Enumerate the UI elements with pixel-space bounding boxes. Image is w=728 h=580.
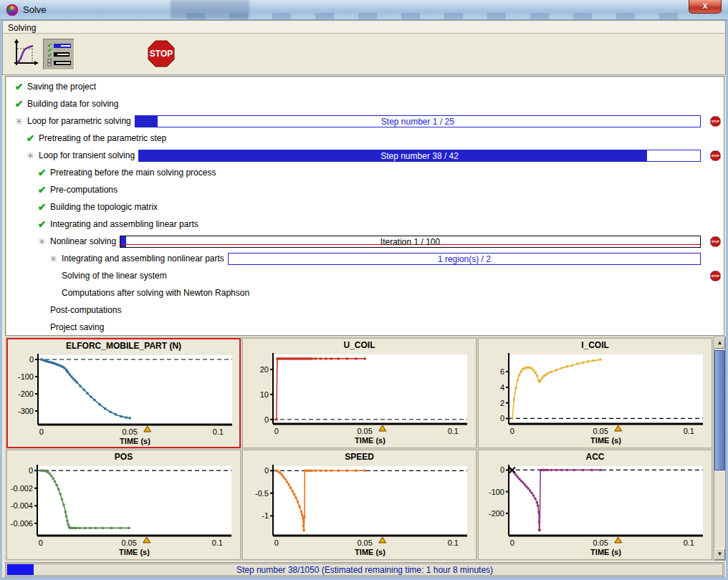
- task-label: Solving of the linear system: [59, 271, 171, 281]
- curve-chart-icon: [11, 39, 39, 69]
- check-icon: ✔: [36, 184, 48, 195]
- title-bar[interactable]: Solve x: [0, 0, 728, 20]
- chart-title: U_COIL: [243, 339, 476, 350]
- task-row: ✔Building data for solving: [6, 95, 721, 112]
- svg-text:TIME (s): TIME (s): [590, 548, 621, 556]
- check-icon: ✔: [36, 218, 48, 230]
- svg-text:0.1: 0.1: [684, 538, 694, 547]
- svg-text:0: 0: [29, 355, 34, 364]
- status-bar: Step number 38/1050 (Estimated remaining…: [5, 562, 724, 577]
- svg-text:0.1: 0.1: [448, 538, 459, 547]
- check-icon: ✔: [36, 201, 48, 213]
- svg-text:TIME (s): TIME (s): [120, 437, 150, 445]
- task-label: Loop for transient solving: [37, 150, 138, 160]
- task-row: Computations after solving with Newton R…: [6, 284, 721, 301]
- svg-text:0.05: 0.05: [593, 427, 608, 435]
- svg-text:0: 0: [500, 414, 504, 422]
- task-row: ✳Loop for parametric solvingStep number …: [6, 112, 721, 130]
- scroll-down-button[interactable]: ▼: [714, 548, 725, 560]
- chart-tile-i-coil[interactable]: I_COIL024600.050.1TIME (s): [478, 338, 712, 448]
- task-panel: ✔Saving the project✔Building data for so…: [5, 76, 724, 336]
- svg-text:0.05: 0.05: [593, 538, 608, 547]
- scroll-up-button[interactable]: ▲: [714, 337, 725, 349]
- svg-text:0: 0: [274, 538, 279, 547]
- task-row: Solving of the linear systemSTOP: [6, 267, 721, 284]
- svg-text:0: 0: [274, 427, 279, 435]
- svg-text:-100: -100: [489, 488, 504, 496]
- menu-bar: Solving: [2, 20, 726, 34]
- chart-tile-u-coil[interactable]: U_COIL0102000.050.1TIME (s): [242, 338, 476, 448]
- svg-text:20: 20: [260, 365, 269, 374]
- task-label: Integrating and assembling linear parts: [48, 219, 202, 229]
- svg-text:10: 10: [260, 390, 269, 399]
- task-label: Pre-computations: [48, 185, 121, 195]
- svg-text:0: 0: [510, 538, 514, 547]
- svg-text:6: 6: [500, 367, 504, 376]
- task-label: Pretreating of the parametric step: [37, 133, 170, 143]
- task-progress-bar: Iteration 1 / 100: [120, 236, 701, 248]
- task-label: Computations after solving with Newton R…: [59, 288, 253, 298]
- close-button[interactable]: x: [689, 0, 722, 14]
- svg-text:2: 2: [500, 399, 504, 407]
- chart-tile-acc[interactable]: ACC0-100-20000.050.1TIME (s): [478, 450, 712, 560]
- task-progress-bar: Step number 38 / 42: [138, 150, 701, 162]
- spinner-icon: ✳: [47, 253, 59, 264]
- check-icon: ✔: [24, 132, 37, 144]
- task-progress-text: 1 region(s) / 2: [229, 254, 700, 264]
- background-window-toolbar-glimpse: [186, 13, 688, 20]
- task-progress-bar: 1 region(s) / 2: [228, 253, 701, 265]
- svg-text:-0.002: -0.002: [11, 484, 33, 493]
- menu-solving[interactable]: Solving: [3, 21, 41, 34]
- task-progress-text: Iteration 1 / 100: [120, 237, 700, 247]
- stop-icon: STOP: [710, 150, 721, 161]
- window-title: Solve: [23, 4, 47, 15]
- check-icon: ✔: [36, 167, 48, 178]
- charts-scrollbar[interactable]: ▲ ▼: [714, 337, 726, 561]
- task-row: ✔Integrating and assembling linear parts: [6, 216, 721, 233]
- svg-text:-300: -300: [18, 407, 34, 415]
- svg-text:0.1: 0.1: [684, 427, 694, 435]
- svg-text:0.05: 0.05: [121, 538, 136, 547]
- check-icon: ✔: [13, 98, 25, 110]
- chart-title: I_COIL: [479, 339, 712, 350]
- svg-text:0.1: 0.1: [213, 427, 224, 436]
- svg-text:-100: -100: [18, 372, 34, 381]
- svg-text:STOP: STOP: [150, 49, 173, 59]
- progress-list-view-button[interactable]: ✔ ✔ ✔ ✔: [43, 39, 75, 70]
- task-stop-slot[interactable]: STOP: [705, 150, 721, 160]
- chart-title: ELFORC_MOBILE_PART (N): [8, 339, 239, 351]
- chart-tile-elforc-mobile-part-n[interactable]: ELFORC_MOBILE_PART (N)0-100-200-30000.05…: [6, 338, 241, 448]
- scroll-thumb[interactable]: [714, 350, 725, 470]
- task-stop-slot[interactable]: STOP: [705, 270, 721, 281]
- charts-panel: ELFORC_MOBILE_PART (N)0-100-200-30000.05…: [5, 337, 714, 561]
- task-label: Post-computations: [48, 305, 125, 315]
- svg-text:0: 0: [264, 415, 269, 424]
- task-label: Pretreating before the main solving proc…: [48, 168, 219, 178]
- chart-tile-pos[interactable]: POS0-0.002-0.004-0.00600.050.1TIME (s): [6, 450, 241, 560]
- curves-view-button[interactable]: [11, 39, 39, 72]
- svg-text:0.05: 0.05: [122, 427, 137, 436]
- svg-text:0.05: 0.05: [357, 538, 372, 547]
- svg-text:-0.006: -0.006: [11, 519, 33, 528]
- svg-text:STOP: STOP: [712, 120, 720, 123]
- task-progress-text: Step number 1 / 25: [135, 117, 700, 127]
- task-stop-slot[interactable]: STOP: [705, 236, 721, 246]
- svg-text:TIME (s): TIME (s): [590, 436, 621, 445]
- task-row: ✳Loop for transient solvingStep number 3…: [6, 147, 721, 164]
- task-progress-bar: Step number 1 / 25: [135, 115, 701, 127]
- stop-icon: STOP: [710, 271, 721, 281]
- stop-icon: STOP: [710, 116, 721, 127]
- svg-text:-0.004: -0.004: [11, 501, 33, 510]
- svg-text:0: 0: [39, 427, 44, 436]
- chart-tile-speed[interactable]: SPEED0-0.5-100.050.1TIME (s): [242, 450, 476, 560]
- task-row: ✔Saving the project: [6, 78, 721, 95]
- svg-text:-1: -1: [262, 511, 269, 520]
- svg-text:4: 4: [500, 383, 504, 392]
- task-stop-slot[interactable]: STOP: [705, 115, 721, 126]
- svg-text:0.05: 0.05: [357, 427, 372, 435]
- svg-text:TIME (s): TIME (s): [119, 548, 150, 556]
- svg-text:-200: -200: [489, 509, 504, 518]
- stop-solving-button[interactable]: STOP: [148, 40, 175, 70]
- svg-text:STOP: STOP: [712, 274, 720, 278]
- svg-text:0: 0: [510, 427, 514, 435]
